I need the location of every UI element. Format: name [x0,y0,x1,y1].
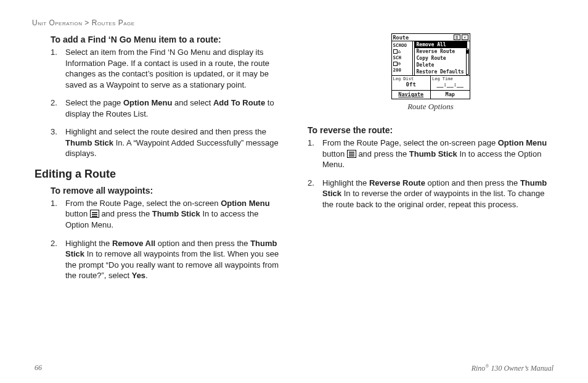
breadcrumb-section: Unit Operation [32,19,83,27]
option-menu-icon [347,150,356,158]
device-tab-navigate: Navigate [392,91,431,99]
list-item: 2. Select the page Option Menu and selec… [51,97,280,119]
list-item: 2. Highlight the Reverse Route option an… [308,178,553,210]
figure-caption: Route Options [308,102,553,112]
device-scrollbar [466,49,469,75]
device-tab-map: Map [430,91,470,99]
option-menu-icon [90,210,99,218]
list-item: 1. From the Route Page, select the on-sc… [308,138,553,170]
procedure-title-remove-all: To remove all waypoints: [35,186,280,196]
list-item: 3. Highlight and select the route desire… [51,126,280,159]
device-menu-button: ≡ [454,35,460,40]
device-title: Route [393,35,452,41]
section-heading-editing-route: Editing a Route [35,168,280,181]
list-item: 2. Highlight the Remove All option and t… [51,238,280,281]
procedure-add-item: 1. Select an item from the Find ‘N Go Me… [35,47,280,159]
breadcrumb-page: Routes Page [92,19,135,27]
procedure-reverse: 1. From the Route Page, select the on-sc… [308,138,553,210]
device-screenshot: Route ≡ ✕ SCHOO ⌂ SCH ⌾ 200 Remove All R… [391,33,470,99]
breadcrumb: Unit Operation > Routes Page [32,19,553,27]
list-item: 1. Select an item from the Find ‘N Go Me… [51,47,280,90]
procedure-remove-all: 1. From the Route Page, select the on-sc… [35,198,280,281]
procedure-title-reverse: To reverse the route: [308,125,553,135]
footer-product: Rino® 130 Owner’s Manual [472,363,553,373]
device-close-button: ✕ [462,35,468,40]
procedure-title-add-item: To add a Find ‘N Go Menu item to a route… [35,35,280,44]
page-number: 66 [35,363,42,373]
device-option-menu: Remove All Reverse Route Copy Route Dele… [414,41,467,76]
figure-route-options: Route ≡ ✕ SCHOO ⌂ SCH ⌾ 200 Remove All R… [308,33,553,112]
list-item: 1. From the Route Page, select the on-sc… [51,198,280,231]
